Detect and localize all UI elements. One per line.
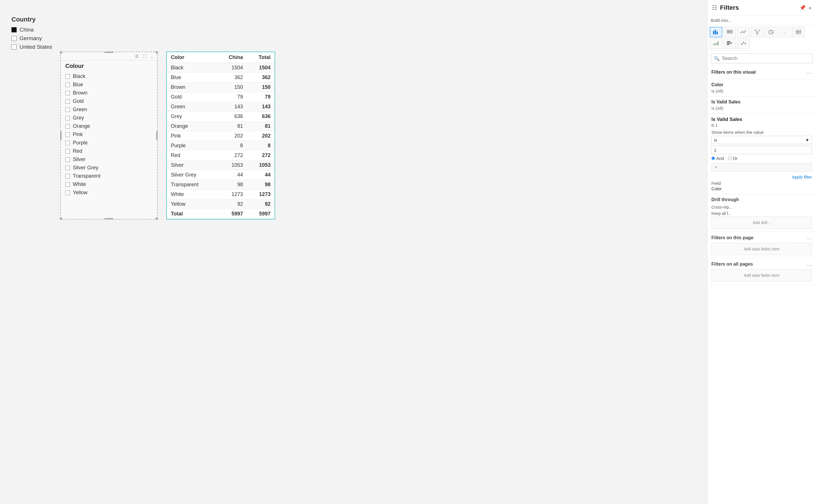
- slicer-item-silver[interactable]: Silver: [65, 155, 152, 164]
- slicer-cb-grey[interactable]: [65, 116, 70, 120]
- country-checkbox-germany[interactable]: [11, 36, 17, 41]
- slicer-filter-icon[interactable]: ☷: [134, 53, 140, 59]
- slicer-item-green[interactable]: Green: [65, 105, 152, 114]
- filters-pin-icon[interactable]: 📌: [799, 5, 806, 11]
- country-item-china[interactable]: China: [11, 27, 52, 33]
- resize-handle-br[interactable]: [156, 217, 158, 220]
- viz-icon-area[interactable]: [710, 38, 722, 49]
- slicer-item-yellow[interactable]: Yellow: [65, 189, 152, 197]
- filter-value-input[interactable]: [711, 146, 812, 154]
- viz-icon-table[interactable]: [723, 27, 736, 37]
- table-row: Green 143 143: [167, 102, 275, 112]
- search-input[interactable]: [722, 56, 809, 61]
- filter-condition-dropdown[interactable]: is ▼: [711, 136, 812, 144]
- country-checkbox-china[interactable]: [11, 27, 17, 32]
- slicer-cb-transparent[interactable]: [65, 174, 70, 179]
- cell-china: 81: [216, 121, 247, 131]
- apply-filter-label[interactable]: Apply filter: [792, 174, 812, 179]
- slicer-item-white[interactable]: White: [65, 180, 152, 189]
- viz-icon-line[interactable]: [737, 27, 750, 37]
- viz-icon-bar[interactable]: [710, 27, 722, 37]
- slicer-item-purple[interactable]: Purple: [65, 139, 152, 147]
- table-row: White 1273 1273: [167, 190, 275, 199]
- cell-color: Gold: [167, 92, 216, 102]
- resize-handle-bottom[interactable]: [105, 218, 113, 219]
- svg-rect-5: [727, 32, 733, 33]
- svg-rect-3: [727, 30, 733, 31]
- filters-on-page-add[interactable]: Add data fields here: [711, 243, 812, 255]
- slicer-item-orange[interactable]: Orange: [65, 122, 152, 130]
- country-item-united-states[interactable]: United States: [11, 44, 52, 50]
- col-header-china[interactable]: China: [216, 52, 247, 63]
- slicer-cb-blue[interactable]: [65, 83, 70, 87]
- country-item-germany[interactable]: Germany: [11, 35, 52, 42]
- slicer-label-green: Green: [73, 107, 87, 113]
- svg-rect-1: [715, 30, 716, 34]
- cell-color: Green: [167, 102, 216, 112]
- slicer-item-transparent[interactable]: Transparent: [65, 172, 152, 180]
- cell-total: 92: [247, 199, 275, 209]
- slicer-cb-purple[interactable]: [65, 141, 70, 145]
- col-header-total[interactable]: Total: [247, 52, 275, 63]
- cell-china: 98: [216, 180, 247, 190]
- viz-icon-more2[interactable]: …: [778, 27, 791, 37]
- filter-show-label: Show items when the value: [711, 130, 812, 135]
- viz-icon-matrix[interactable]: [792, 27, 805, 37]
- slicer-cb-orange[interactable]: [65, 124, 70, 129]
- cell-total: 44: [247, 170, 275, 180]
- cell-china: 143: [216, 102, 247, 112]
- slicer-label-white: White: [73, 181, 86, 187]
- slicer-title: Colour: [61, 60, 157, 71]
- resize-handle-tl[interactable]: [60, 51, 62, 54]
- slicer-cb-silver-grey[interactable]: [65, 166, 70, 170]
- field-value: Color: [711, 186, 812, 191]
- slicer-item-pink[interactable]: Pink: [65, 130, 152, 139]
- col-header-color[interactable]: Color: [167, 52, 216, 63]
- slicer-focus-icon[interactable]: ⛶: [142, 53, 147, 59]
- slicer-cb-red[interactable]: [65, 149, 70, 154]
- filters-all-pages-add[interactable]: Add data fields here: [711, 269, 812, 281]
- filters-on-page-more[interactable]: …: [807, 235, 812, 241]
- resize-handle-left[interactable]: [60, 131, 62, 140]
- cell-total: 143: [247, 102, 275, 112]
- slicer-cb-yellow[interactable]: [65, 191, 70, 195]
- slicer-item-blue[interactable]: Blue: [65, 81, 152, 89]
- cell-total: 150: [247, 83, 275, 92]
- svg-rect-15: [727, 41, 730, 42]
- slicer-cb-silver[interactable]: [65, 157, 70, 162]
- filter-radio-and[interactable]: And: [711, 156, 724, 161]
- slicer-cb-pink[interactable]: [65, 132, 70, 137]
- table-row: Transparent 98 98: [167, 180, 275, 190]
- country-checkbox-united-states[interactable]: [11, 44, 17, 50]
- slicer-item-silver-grey[interactable]: Silver Grey: [65, 164, 152, 172]
- filters-expand-icon[interactable]: »: [809, 5, 811, 11]
- resize-handle-tr[interactable]: [156, 51, 158, 54]
- slicer-more-icon[interactable]: …: [149, 53, 155, 59]
- viz-icon-scatter[interactable]: [737, 38, 750, 49]
- filters-all-pages-more[interactable]: …: [807, 261, 812, 267]
- valid-sales-filter-collapsed: Is Valid Sales is (All): [707, 97, 816, 114]
- slicer-item-gold[interactable]: Gold: [65, 97, 152, 105]
- viz-icon-pie[interactable]: [765, 27, 777, 37]
- filter-radio-or[interactable]: Or: [728, 156, 738, 161]
- cell-china: 79: [216, 92, 247, 102]
- slicer-item-red[interactable]: Red: [65, 147, 152, 155]
- resize-handle-bl[interactable]: [60, 217, 62, 220]
- cell-color: Transparent: [167, 180, 216, 190]
- viz-icon-bar2[interactable]: [723, 38, 736, 49]
- slicer-cb-white[interactable]: [65, 182, 70, 187]
- viz-icon-filter[interactable]: [751, 27, 764, 37]
- resize-handle-top[interactable]: [105, 52, 113, 53]
- slicer-cb-green[interactable]: [65, 107, 70, 112]
- resize-handle-right[interactable]: [156, 131, 158, 140]
- slicer-cb-gold[interactable]: [65, 99, 70, 104]
- slicer-cb-black[interactable]: [65, 74, 70, 79]
- search-icon: 🔍: [714, 56, 720, 61]
- slicer-item-grey[interactable]: Grey: [65, 114, 152, 122]
- country-label-united-states: United States: [19, 44, 52, 50]
- slicer-item-brown[interactable]: Brown: [65, 89, 152, 97]
- slicer-cb-brown[interactable]: [65, 91, 70, 95]
- slicer-item-black[interactable]: Black: [65, 72, 152, 81]
- filters-on-visual-more[interactable]: …: [807, 69, 812, 75]
- drill-add-fields[interactable]: Add drill...: [711, 217, 812, 229]
